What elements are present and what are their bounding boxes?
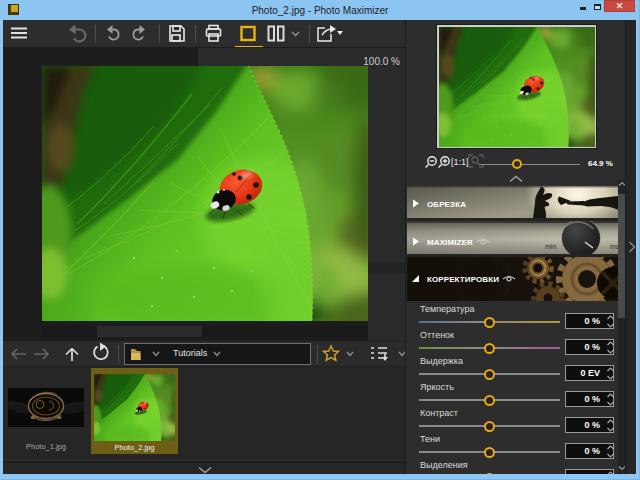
svg-text:min: min bbox=[545, 243, 556, 250]
svg-text:[1:1]: [1:1] bbox=[451, 157, 469, 167]
svg-text:ma: ma bbox=[610, 243, 618, 250]
